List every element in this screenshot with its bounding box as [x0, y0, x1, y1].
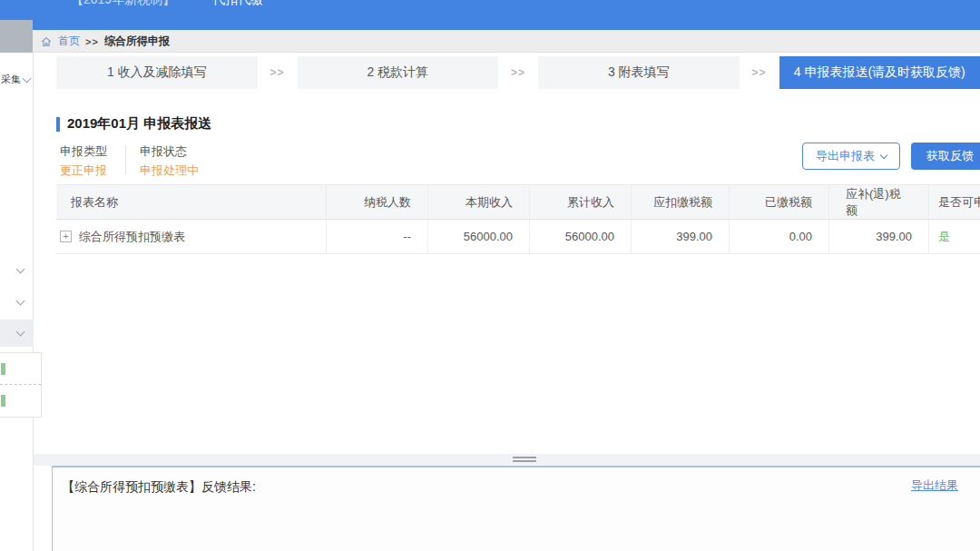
- report-name: 综合所得预扣预缴表: [79, 229, 185, 245]
- drag-handle-icon[interactable]: [513, 457, 536, 464]
- returns-table: 报表名称 纳税人数 本期收入 累计收入 应扣缴税额 已缴税额 应补(退)税额 是…: [56, 184, 980, 254]
- paid-tax-cell: 0.00: [730, 220, 829, 253]
- chevron-down-icon: [23, 74, 32, 83]
- taxpayer-count-cell: --: [327, 220, 428, 253]
- menu-item-fragment: [1, 363, 5, 375]
- breadcrumb-home-link[interactable]: 首页: [58, 34, 80, 49]
- col-header-cumulative-income: 累计收入: [530, 185, 632, 219]
- breadcrumb-bar: 首页 >> 综合所得申报: [0, 30, 980, 53]
- table-row[interactable]: + 综合所得预扣预缴表 -- 56000.00 56000.00 399.00 …: [56, 220, 980, 254]
- col-header-refund-tax: 应补(退)税额: [829, 185, 929, 219]
- main-content: 1 收入及减除填写 >> 2 税款计算 >> 3 附表填写 >> 4 申报表报送…: [34, 53, 980, 551]
- chevron-down-icon: [880, 152, 887, 159]
- sidebar-submenu-item[interactable]: [0, 385, 41, 417]
- chevron-down-icon: [15, 297, 24, 306]
- chevron-down-icon: [15, 265, 24, 274]
- sidebar-corner-block: [0, 20, 33, 53]
- step-4-submit-return[interactable]: 4 申报表报送(请及时获取反馈): [779, 56, 980, 89]
- get-feedback-button-label: 获取反馈: [926, 148, 974, 164]
- col-header-report-name: 报表名称: [56, 185, 327, 219]
- col-header-declarable: 是否可申报: [929, 185, 980, 219]
- declaration-type-value: 更正申报: [60, 162, 107, 179]
- sidebar-item-collect[interactable]: 采集: [1, 73, 30, 86]
- table-header-row: 报表名称 纳税人数 本期收入 累计收入 应扣缴税额 已缴税额 应补(退)税额 是…: [56, 185, 980, 220]
- col-header-withholding-tax: 应扣缴税额: [632, 185, 730, 219]
- sidebar-submenu-item[interactable]: [0, 353, 41, 385]
- col-header-taxpayer-count: 纳税人数: [327, 185, 428, 219]
- top-nav-item-withholding[interactable]: 代扣代缴: [212, 0, 263, 8]
- step-1-income-deduction[interactable]: 1 收入及减除填写: [56, 56, 258, 89]
- report-name-cell: + 综合所得预扣预缴表: [56, 220, 327, 253]
- step-separator: >>: [258, 56, 298, 89]
- declarable-flag: 是: [929, 220, 980, 253]
- export-return-button-label: 导出申报表: [816, 148, 875, 164]
- menu-item-fragment: [1, 395, 5, 407]
- declaration-status-label: 申报状态: [140, 143, 187, 160]
- feedback-result-panel: 【综合所得预扣预缴表】反馈结果: 导出结果: [52, 466, 980, 551]
- step-3-schedule-fill[interactable]: 3 附表填写: [538, 56, 740, 89]
- withholding-tax-cell: 399.00: [632, 220, 730, 253]
- sidebar-menu-toggle-3[interactable]: [11, 324, 29, 342]
- feedback-panel-title: 【综合所得预扣预缴表】反馈结果:: [62, 479, 256, 496]
- meta-divider: [125, 145, 126, 174]
- declaration-status-value: 申报处理中: [140, 162, 199, 179]
- sidebar-submenu-popup: [0, 352, 42, 418]
- title-accent-bar: [56, 117, 60, 132]
- breadcrumb: 首页 >> 综合所得申报: [40, 30, 170, 53]
- page-title: 2019年01月 申报表报送: [67, 115, 211, 133]
- current-income-cell: 56000.00: [428, 220, 530, 253]
- top-nav-item-tax-system[interactable]: 【2019年新税制】: [71, 0, 175, 8]
- step-separator: >>: [740, 56, 779, 89]
- expand-row-icon[interactable]: +: [60, 231, 72, 242]
- home-icon[interactable]: [40, 35, 53, 48]
- step-wizard: 1 收入及减除填写 >> 2 税款计算 >> 3 附表填写 >> 4 申报表报送…: [56, 56, 980, 89]
- breadcrumb-current-page: 综合所得申报: [104, 34, 170, 49]
- chevron-down-icon: [15, 328, 24, 337]
- panel-splitter: [34, 454, 980, 466]
- export-result-link[interactable]: 导出结果: [911, 477, 958, 494]
- refund-tax-cell: 399.00: [829, 220, 929, 253]
- export-return-button[interactable]: 导出申报表: [802, 143, 900, 170]
- col-header-paid-tax: 已缴税额: [730, 185, 829, 219]
- cumulative-income-cell: 56000.00: [530, 220, 632, 253]
- get-feedback-button[interactable]: 获取反馈: [911, 143, 980, 170]
- top-nav-bar: 【2019年新税制】 代扣代缴: [0, 0, 980, 30]
- section-title-block: 2019年01月 申报表报送: [56, 115, 211, 133]
- sidebar-menu-toggle-2[interactable]: [11, 293, 29, 311]
- sidebar-menu-toggle-1[interactable]: [11, 261, 29, 280]
- breadcrumb-separator: >>: [85, 36, 99, 47]
- sidebar-item-collect-label: 采集: [1, 73, 21, 86]
- declaration-type-label: 申报类型: [60, 143, 107, 160]
- step-separator: >>: [498, 56, 538, 89]
- col-header-current-income: 本期收入: [428, 185, 530, 219]
- step-2-tax-calculation[interactable]: 2 税款计算: [298, 56, 499, 89]
- left-sidebar: 采集: [0, 53, 34, 551]
